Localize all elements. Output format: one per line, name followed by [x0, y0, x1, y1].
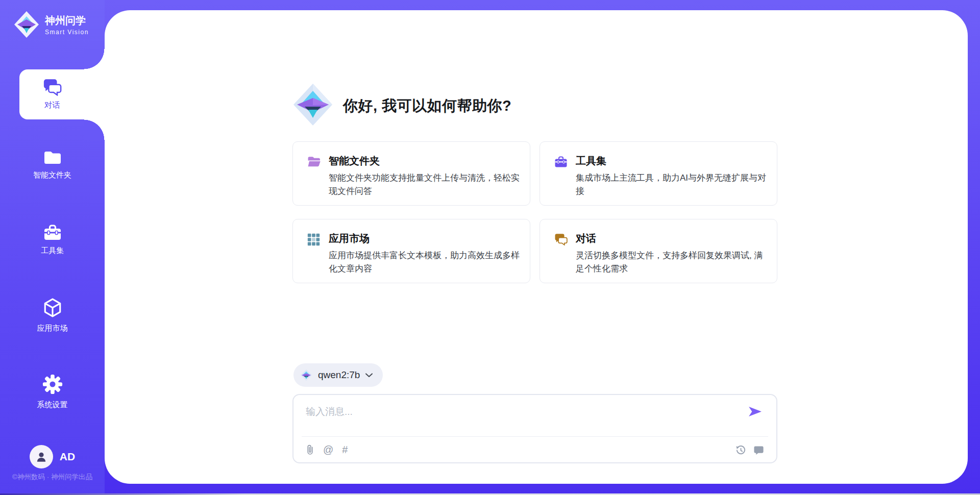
mention-icon[interactable]: @ — [323, 444, 333, 456]
history-button[interactable] — [736, 445, 746, 456]
cube-icon — [43, 298, 62, 318]
comment-button[interactable] — [753, 445, 764, 456]
card-title: 对话 — [576, 232, 596, 245]
sidebar-item-tools[interactable]: 工具集 — [0, 225, 105, 256]
model-name: qwen2:7b — [318, 369, 360, 381]
brand-diamond-logo-icon — [13, 10, 40, 39]
card-toolset[interactable]: 工具集 集成市场上主流工具，助力AI与外界无缝扩展与对接 — [540, 141, 777, 206]
message-input[interactable] — [305, 402, 741, 422]
gear-icon — [42, 374, 63, 395]
tab-flare-top — [84, 49, 105, 69]
card-description: 应用市场提供丰富长文本模板，助力高效生成多样化文章内容 — [329, 249, 522, 276]
card-app-market[interactable]: 应用市场 应用市场提供丰富长文本模板，助力高效生成多样化文章内容 — [292, 219, 530, 283]
send-icon — [748, 406, 762, 417]
attach-button[interactable] — [306, 444, 314, 456]
folder-icon — [43, 150, 62, 165]
sidebar-item-label: 系统设置 — [37, 400, 68, 410]
user-name: AD — [60, 451, 75, 463]
card-description: 智能文件夹功能支持批量文件上传与清洗，轻松实现文件问答 — [329, 171, 522, 198]
send-button[interactable] — [748, 406, 762, 417]
person-icon — [35, 450, 48, 463]
sidebar: 神州问学 Smart Vision 对话 智能文件夹 工具集 — [0, 0, 105, 495]
greeting-diamond-logo-icon — [292, 83, 333, 127]
brand-subtitle: Smart Vision — [45, 29, 89, 36]
card-description: 集成市场上主流工具，助力AI与外界无缝扩展与对接 — [576, 171, 769, 198]
sidebar-footer: ©神州数码 · 神州问学出品 — [0, 473, 105, 482]
sidebar-item-chat[interactable]: 对话 — [19, 69, 105, 119]
sidebar-item-label: 工具集 — [41, 246, 64, 256]
card-smart-folder[interactable]: 智能文件夹 智能文件夹功能支持批量文件上传与清洗，轻松实现文件问答 — [292, 141, 530, 206]
tab-flare-bottom — [84, 119, 105, 140]
sidebar-item-label: 智能文件夹 — [33, 170, 71, 180]
card-title: 智能文件夹 — [329, 154, 380, 168]
greeting-text: 你好, 我可以如何帮助你? — [343, 96, 511, 116]
card-description: 灵活切换多模型文件，支持多样回复效果调试, 满足个性化需求 — [576, 249, 769, 276]
card-chat[interactable]: 对话 灵活切换多模型文件，支持多样回复效果调试, 满足个性化需求 — [540, 219, 777, 283]
chat-icon — [43, 78, 62, 96]
folder-open-icon — [307, 156, 321, 168]
sidebar-item-folders[interactable]: 智能文件夹 — [0, 150, 105, 180]
history-icon — [736, 445, 746, 456]
briefcase-icon — [43, 225, 62, 241]
comment-icon — [753, 445, 764, 456]
sidebar-item-label: 应用市场 — [37, 324, 68, 333]
brand-name: 神州问学 — [45, 14, 89, 28]
brand: 神州问学 Smart Vision — [13, 10, 89, 39]
avatar — [30, 445, 53, 468]
feature-cards: 智能文件夹 智能文件夹功能支持批量文件上传与清洗，轻松实现文件问答 工具集 集成… — [292, 141, 777, 283]
user-profile[interactable]: AD — [0, 445, 105, 468]
diamond-logo-icon — [300, 369, 312, 381]
composer-divider — [302, 436, 768, 437]
sidebar-item-settings[interactable]: 系统设置 — [0, 374, 105, 410]
message-composer: @ # — [292, 394, 777, 463]
model-selector[interactable]: qwen2:7b — [293, 363, 383, 387]
sidebar-item-market[interactable]: 应用市场 — [0, 298, 105, 333]
card-title: 工具集 — [576, 154, 606, 168]
briefcase-icon — [554, 156, 568, 168]
sidebar-item-label: 对话 — [44, 100, 60, 111]
hashtag-icon[interactable]: # — [342, 444, 348, 456]
paperclip-icon — [306, 444, 314, 456]
grid-icon — [307, 233, 320, 246]
chat-icon — [554, 233, 568, 245]
chevron-down-icon — [365, 373, 373, 378]
card-title: 应用市场 — [329, 232, 370, 245]
